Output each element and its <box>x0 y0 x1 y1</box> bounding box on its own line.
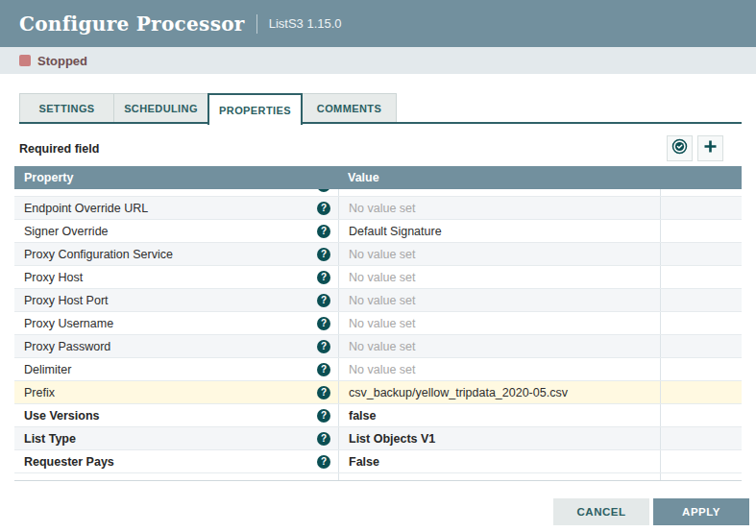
property-value-cell[interactable]: False <box>338 450 660 472</box>
property-name-cell: Signer Override? <box>14 220 338 242</box>
table-row[interactable]: Proxy Password?No value set <box>14 335 742 358</box>
status-bar: Stopped <box>0 47 756 74</box>
row-extra-cell <box>660 450 742 472</box>
help-icon[interactable]: ? <box>317 248 330 261</box>
clipped-row-viewport: SSL Context Service ? No value set <box>14 189 742 197</box>
property-name-cell: Use Versions? <box>14 404 338 426</box>
tab-scheduling[interactable]: SCHEDULING <box>113 93 208 122</box>
property-name-cell: Proxy Username? <box>14 312 338 334</box>
help-icon[interactable]: ? <box>317 294 330 307</box>
table-row[interactable]: Proxy Username?No value set <box>14 312 742 335</box>
processor-type-version: ListS3 1.15.0 <box>269 16 342 31</box>
tab-bar: SETTINGSSCHEDULINGPROPERTIESCOMMENTS <box>19 93 742 125</box>
add-property-button[interactable] <box>697 135 723 161</box>
dialog-footer: CANCEL APPLY <box>0 498 749 525</box>
row-extra-cell <box>660 289 742 311</box>
table-row[interactable]: Prefix?csv_backup/yellow_tripdata_2020-0… <box>14 381 742 404</box>
property-name-cell: Proxy Host Port? <box>14 289 338 311</box>
property-name-cell: Proxy Configuration Service? <box>14 243 338 265</box>
tab-properties[interactable]: PROPERTIES <box>207 93 303 125</box>
property-name: Prefix <box>24 386 55 399</box>
table-row[interactable]: Proxy Host Port?No value set <box>14 289 742 312</box>
table-row-clipped[interactable]: SSL Context Service ? No value set <box>14 189 742 197</box>
property-name: Proxy Host Port <box>24 294 109 307</box>
help-icon[interactable]: ? <box>317 202 330 215</box>
check-circle-icon <box>671 138 688 158</box>
property-value-cell[interactable]: No value set <box>338 243 660 265</box>
help-icon[interactable]: ? <box>317 409 330 423</box>
property-name-cell: Prefix? <box>14 381 338 403</box>
status-label: Stopped <box>37 54 87 68</box>
property-name: Requester Pays <box>24 455 114 469</box>
help-icon[interactable]: ? <box>317 189 330 192</box>
property-value-cell[interactable]: No value set <box>338 312 660 334</box>
property-value-cell[interactable]: List Objects V1 <box>338 427 660 449</box>
help-icon[interactable]: ? <box>317 271 330 284</box>
table-body: Endpoint Override URL?No value setSigner… <box>14 197 742 473</box>
property-value-cell[interactable]: No value set <box>338 189 660 196</box>
row-extra-cell <box>660 243 742 265</box>
property-name: List Type <box>24 432 76 446</box>
row-extra-cell <box>660 197 742 219</box>
table-row[interactable]: Signer Override?Default Signature <box>14 220 742 243</box>
tab-settings[interactable]: SETTINGS <box>19 93 114 122</box>
row-extra-cell <box>660 381 742 403</box>
property-value-cell[interactable]: Default Signature <box>338 220 660 242</box>
property-value-cell[interactable]: No value set <box>338 266 660 288</box>
property-name: SSL Context Service <box>24 189 134 192</box>
stopped-icon <box>19 55 31 66</box>
table-row[interactable]: Proxy Configuration Service?No value set <box>14 243 742 266</box>
help-icon[interactable]: ? <box>317 455 330 469</box>
property-name-cell: Proxy Host? <box>14 266 338 288</box>
toolbar-buttons <box>667 135 723 161</box>
row-extra-cell <box>660 404 742 426</box>
title-divider <box>256 14 257 34</box>
property-name-cell: List Type? <box>14 427 338 449</box>
property-name-cell: Endpoint Override URL? <box>14 197 338 219</box>
property-value-cell[interactable]: false <box>338 404 660 426</box>
help-icon[interactable]: ? <box>317 386 330 399</box>
table-row[interactable]: Use Versions?false <box>14 404 742 427</box>
row-extra-cell <box>660 312 742 334</box>
apply-button[interactable]: APPLY <box>653 498 749 525</box>
plus-icon <box>703 139 718 157</box>
property-name: Proxy Password <box>24 340 110 353</box>
row-extra-cell <box>660 427 742 449</box>
property-name: Proxy Username <box>24 317 113 330</box>
property-name: Endpoint Override URL <box>24 202 148 215</box>
table-bottom-strip <box>14 473 742 481</box>
properties-toolbar: Required field <box>19 135 742 161</box>
property-value-cell[interactable]: No value set <box>338 358 660 380</box>
verify-properties-button[interactable] <box>667 135 693 161</box>
property-value-cell[interactable]: No value set <box>338 335 660 357</box>
property-name-cell: Delimiter? <box>14 358 338 380</box>
property-value-cell[interactable]: csv_backup/yellow_tripdata_2020-05.csv <box>338 381 660 403</box>
row-extra-cell <box>660 266 742 288</box>
cancel-button[interactable]: CANCEL <box>553 498 649 525</box>
row-extra-cell <box>660 358 742 380</box>
row-extra-cell <box>660 189 742 196</box>
property-value-cell[interactable]: No value set <box>338 197 660 219</box>
required-field-label: Required field <box>19 142 99 156</box>
tab-comments[interactable]: COMMENTS <box>302 93 397 122</box>
table-row[interactable]: List Type?List Objects V1 <box>14 427 742 450</box>
help-icon[interactable]: ? <box>317 340 330 353</box>
property-value-cell[interactable]: No value set <box>338 289 660 311</box>
dialog-title-bar: Configure Processor ListS3 1.15.0 <box>0 0 756 47</box>
property-name-cell: Proxy Password? <box>14 335 338 357</box>
property-name: Signer Override <box>24 225 109 238</box>
property-name: Proxy Configuration Service <box>24 248 173 261</box>
table-row[interactable]: Endpoint Override URL?No value set <box>14 197 742 220</box>
help-icon[interactable]: ? <box>317 225 330 238</box>
help-icon[interactable]: ? <box>317 317 330 330</box>
property-name: Delimiter <box>24 363 71 376</box>
help-icon[interactable]: ? <box>317 432 330 446</box>
table-row[interactable]: Requester Pays?False <box>14 450 742 473</box>
row-extra-cell <box>660 335 742 357</box>
configure-processor-dialog: Configure Processor ListS3 1.15.0 Stoppe… <box>0 0 756 525</box>
row-extra-cell <box>660 220 742 242</box>
table-row[interactable]: Proxy Host?No value set <box>14 266 742 289</box>
help-icon[interactable]: ? <box>317 363 330 376</box>
column-header-property: Property <box>14 171 338 184</box>
table-row[interactable]: Delimiter?No value set <box>14 358 742 381</box>
